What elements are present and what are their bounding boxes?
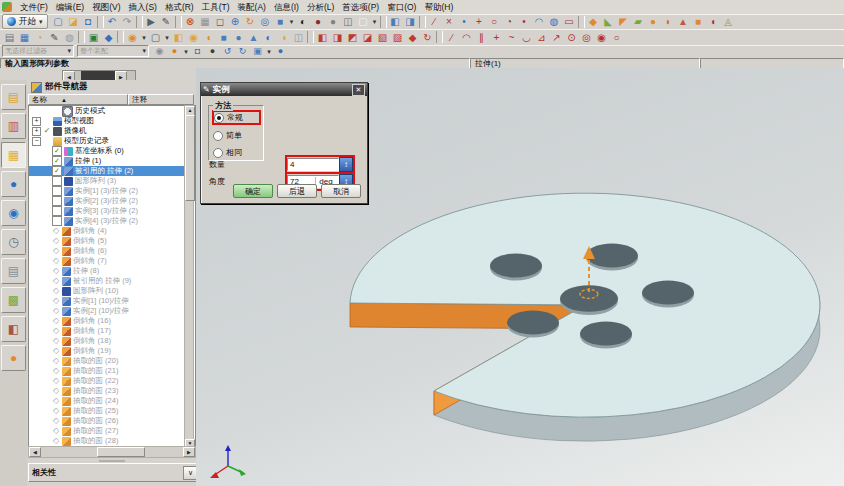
dropdown-arrow[interactable]: ▾ [182,46,190,57]
snap-bounded-plane-icon[interactable]: ▭ [562,15,577,28]
feature-checkbox[interactable] [52,257,60,265]
feature-pocket-icon[interactable]: ▲ [676,15,691,28]
delete-face-icon[interactable]: ▨ [390,31,405,44]
face-analysis-icon[interactable]: ◐ [296,15,311,28]
shell-icon[interactable]: ◫ [291,31,306,44]
count-input[interactable]: 4 [287,158,339,171]
system-materials-tab-icon[interactable]: ▩ [1,287,26,313]
feature-checkbox[interactable] [52,277,60,285]
feature-pad-icon[interactable]: ■ [691,15,706,28]
sketch-task-icon[interactable]: ▣ [86,31,101,44]
expander-icon[interactable] [43,298,50,305]
column-header-name[interactable]: 名称 ▲ [28,94,128,105]
dropdown-arrow[interactable]: ▾ [371,15,379,28]
expander-icon[interactable] [43,348,50,355]
tree-row[interactable]: 抽取的面 (22) [29,376,195,386]
tree-row[interactable]: + 摄像机 [29,126,195,136]
tree-row[interactable]: 倒斜角 (16) [29,316,195,326]
scrollbar-thumb[interactable] [97,447,145,457]
dropdown-arrow[interactable]: ▾ [163,31,171,44]
feature-checkbox[interactable] [52,377,60,385]
fit-view-icon[interactable]: ◎ [258,15,273,28]
wcs-dynamics-icon[interactable]: ◔ [32,31,47,44]
feature-checkbox[interactable] [52,337,60,345]
start-button[interactable]: 开始 ▾ [2,14,48,29]
feature-checkbox[interactable] [52,166,62,176]
feature-checkbox[interactable] [52,397,60,405]
dropdown-arrow[interactable]: ▾ [265,46,273,57]
expander-icon[interactable] [43,318,50,325]
feature-checkbox[interactable] [52,227,60,235]
feature-checkbox[interactable] [52,417,60,425]
separator[interactable] [307,31,314,43]
separator[interactable] [419,16,426,28]
snap-arc-center-icon[interactable]: ○ [487,15,502,28]
radio-general[interactable]: 常规 [212,110,261,125]
expander-icon[interactable] [43,418,50,425]
tree-row[interactable]: 拉伸 (1) [29,156,195,166]
background-swatch-icon[interactable]: ▢ [356,15,371,28]
quick-save-icon[interactable]: ◘ [190,46,205,57]
feature-groove-icon[interactable]: ◖ [706,15,721,28]
edit-object-display-icon[interactable]: ✎ [47,31,62,44]
display-window-icon[interactable]: ▦ [198,15,213,28]
snap-point-on-face-icon[interactable]: ◍ [547,15,562,28]
tree-row[interactable]: 圆形阵列 (10) [29,286,195,296]
menu-information[interactable]: 信息(I) [270,1,303,14]
shaded-ball-icon[interactable]: ● [205,46,220,57]
constraint-navigator-tab-icon[interactable]: ▥ [1,113,26,139]
scrollbar-thumb[interactable] [81,71,115,80]
dependencies-section[interactable]: 相关性 ∨ [28,463,202,482]
snap-quadrant-icon[interactable]: ◔ [502,15,517,28]
tree-row[interactable]: 抽取的面 (21) [29,366,195,376]
tree-row[interactable]: 倒斜角 (5) [29,236,195,246]
feature-datum-axis-icon[interactable]: ◤ [616,15,631,28]
feature-checkbox[interactable] [52,407,60,415]
material-ball-icon[interactable]: ● [273,46,288,57]
menu-help[interactable]: 帮助(H) [420,1,457,14]
separator[interactable] [78,31,85,43]
subtract-icon[interactable]: ◑ [276,31,291,44]
pattern-face-icon[interactable]: ↻ [420,31,435,44]
tree-row[interactable]: 倒斜角 (19) [29,346,195,356]
selection-filter-combo[interactable]: 无选择过滤器 ▾ [2,45,74,57]
hole[interactable] [642,281,694,308]
rotate-view-icon[interactable]: ↻ [243,15,258,28]
menu-tools[interactable]: 工具(T) [198,1,234,14]
offset-region-icon[interactable]: ◩ [345,31,360,44]
expander-icon[interactable] [43,338,50,345]
tree-row[interactable]: 倒斜角 (4) [29,226,195,236]
feature-revolve-icon[interactable]: ◆ [586,15,601,28]
cylinder-icon[interactable]: ● [231,31,246,44]
feature-checkbox[interactable] [52,146,62,156]
view-box-icon[interactable]: ▣ [250,46,265,57]
feature-checkbox[interactable] [52,206,62,216]
expander-icon[interactable] [43,178,50,185]
separator[interactable] [436,31,443,43]
orbit-left-icon[interactable]: ↺ [220,46,235,57]
snap-intersection-icon[interactable]: + [472,15,487,28]
replace-face-icon[interactable]: ◪ [360,31,375,44]
dialog-title-bar[interactable]: ✎ 实例 ✕ [201,83,367,96]
ellipse-icon[interactable]: ○ [609,31,624,44]
cascade-window-icon[interactable]: ◧ [388,15,403,28]
tree-row[interactable]: 抽取的面 (27) [29,426,195,436]
new-file-icon[interactable]: ▢ [51,15,66,28]
menu-analysis[interactable]: 分析(L) [303,1,338,14]
feature-sketch-icon[interactable]: ▰ [631,15,646,28]
feature-checkbox[interactable] [52,367,60,375]
tree-row[interactable]: 实例[4] (3)/拉伸 (2) [29,216,195,226]
tree-vertical-scrollbar[interactable]: ▲ ▼ [184,105,194,450]
expander-icon[interactable] [43,228,50,235]
pull-face-icon[interactable]: ◨ [330,31,345,44]
part-navigator-toggle-icon[interactable]: ▤ [2,31,17,44]
expander-icon[interactable] [43,258,50,265]
feature-checkbox[interactable] [52,387,60,395]
expander-icon[interactable] [43,368,50,375]
point-icon[interactable]: + [489,31,504,44]
menu-edit[interactable]: 编辑(E) [52,1,88,14]
web-browser-tab-icon[interactable]: ◉ [1,200,26,226]
cone-icon[interactable]: ▲ [246,31,261,44]
layer-settings-icon[interactable]: ▦ [17,31,32,44]
tree-row[interactable]: − 模型历史记录 [29,136,195,146]
